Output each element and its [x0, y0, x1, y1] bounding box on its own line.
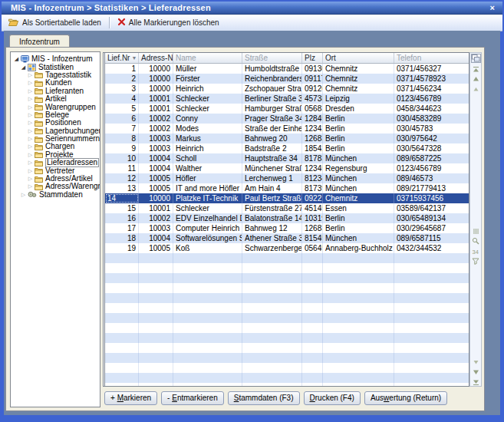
tab-infozentrum[interactable]: Infozentrum [9, 35, 70, 48]
cell-ort[interactable]: Annaberg-Buchholz [323, 243, 394, 253]
cell-adress-nr-[interactable]: 10001 [139, 94, 173, 104]
cell-stra-e[interactable]: Prager Straße 34 [242, 114, 302, 124]
cell-adress-nr-[interactable]: 10005 [139, 243, 173, 253]
table-row[interactable]: 1110004WaltherMünchener Straße 2312345Re… [105, 163, 469, 173]
expand-arrow-icon[interactable]: ▷ [27, 120, 34, 126]
cell-adress-nr-[interactable]: 10002 [139, 213, 173, 223]
cell-ort[interactable]: Chemnitz [323, 84, 394, 94]
cell-telefon[interactable]: 030/45783 [394, 124, 469, 134]
cell-plz[interactable]: 81739 [302, 183, 323, 193]
cell-adress-nr-[interactable]: 10005 [139, 173, 173, 183]
cell-telefon[interactable]: 03589/642137 [394, 203, 469, 213]
expand-arrow-icon[interactable]: ▷ [27, 152, 34, 158]
cell-name[interactable]: IT and more Höfler OHG [173, 183, 242, 193]
cell-plz[interactable]: 81783 [302, 153, 323, 163]
expand-arrow-icon[interactable]: ▷ [27, 176, 34, 182]
cell-adress-nr-[interactable]: 10001 [139, 203, 173, 213]
expand-arrow-icon[interactable]: ▷ [27, 80, 34, 86]
expand-arrow-icon[interactable]: ▷ [27, 112, 34, 118]
cell-stra-e[interactable]: Athener Straße 32 [242, 233, 302, 243]
filter-button[interactable] [471, 257, 480, 265]
cell-name[interactable]: Modes [173, 124, 242, 134]
cell-ort[interactable]: Leipzig [323, 94, 394, 104]
cell-adress-nr-[interactable]: 10004 [139, 233, 173, 243]
tree-item-kunden[interactable]: ▷Kunden [11, 79, 100, 87]
cell-stra-e[interactable]: Zschopauer Straße 280 [242, 84, 302, 94]
cell-adress-nr-[interactable]: 10002 [139, 114, 173, 124]
column-header-name[interactable]: Name [173, 53, 242, 63]
cell-plz[interactable]: 45738 [302, 94, 323, 104]
goto-row-button[interactable]: 34 [471, 247, 480, 255]
table-row[interactable]: 1710003Computer Heinrich GmbHBahnweg 121… [105, 223, 469, 233]
footer-button-drucken-f4[interactable]: Drucken (F4) [304, 391, 361, 405]
cell-lief-nr[interactable]: 18 [105, 233, 139, 243]
cell-lief-nr[interactable]: 13 [105, 183, 139, 193]
column-header-ort[interactable]: Ort [323, 53, 394, 63]
cell-adress-nr-[interactable]: 10005 [139, 183, 173, 193]
table-row[interactable]: 210000FörsterReichenbranderstraße 309117… [105, 74, 469, 84]
cell-ort[interactable]: Regensburg [323, 163, 394, 173]
cell-lief-nr[interactable]: 9 [105, 143, 139, 153]
cell-telefon[interactable]: 0123/456789 [394, 163, 469, 173]
cell-stra-e[interactable]: Lerchenweg 1 [242, 173, 302, 183]
close-icon[interactable]: × [490, 4, 495, 12]
table-row[interactable]: 310000HeinrichZschopauer Straße 28009126… [105, 84, 469, 94]
cell-plz[interactable]: 81545 [302, 233, 323, 243]
table-row[interactable]: 1310005IT and more Höfler OHGAm Hain 481… [105, 183, 469, 193]
cell-lief-nr[interactable]: 8 [105, 134, 139, 143]
cell-name[interactable]: Platzke IT-Technik [173, 193, 242, 203]
footer-button-entmarkieren[interactable]: - Entmarkieren [161, 391, 224, 405]
cell-telefon[interactable]: 089/46573 [394, 173, 469, 183]
cell-name[interactable]: Softwarelösungen Scholl Gmb [173, 233, 242, 243]
expand-arrow-icon[interactable]: ▷ [27, 88, 34, 94]
scroll-last-button[interactable] [471, 378, 480, 386]
cell-name[interactable]: Computer Heinrich GmbH [173, 223, 242, 233]
cell-adress-nr-[interactable]: 10000 [139, 193, 173, 203]
cell-adress-nr-[interactable]: 10004 [139, 163, 173, 173]
cell-plz[interactable]: 10319 [302, 213, 323, 223]
cell-ort[interactable]: Dresden [323, 104, 394, 114]
column-header-lief-nr[interactable]: Lief.Nr▼ [105, 53, 139, 63]
column-header-telefon[interactable]: Telefon [394, 53, 469, 63]
cell-telefon[interactable]: 089/21779413 [394, 183, 469, 193]
cell-lief-nr[interactable]: 11 [105, 163, 139, 173]
cell-ort[interactable]: Essen [323, 203, 394, 213]
cell-name[interactable]: Markus [173, 134, 242, 143]
cell-stra-e[interactable]: Humboldtstraße 10 [242, 64, 302, 74]
cell-name[interactable]: Koß [173, 243, 242, 253]
cell-adress-nr-[interactable]: 10003 [139, 134, 173, 143]
table-row[interactable]: 1810004Softwarelösungen Scholl GmbAthene… [105, 233, 469, 243]
cell-lief-nr[interactable]: 17 [105, 223, 139, 233]
cell-adress-nr-[interactable]: 10002 [139, 124, 173, 134]
cell-lief-nr[interactable]: 16 [105, 213, 139, 223]
cell-lief-nr[interactable]: 4 [105, 94, 139, 104]
table-row[interactable]: 1610002EDV Einzelhandel Dietsch GmbBalat… [105, 213, 469, 223]
expand-arrow-icon[interactable]: ▷ [27, 168, 34, 174]
cell-plz[interactable]: 12342 [302, 124, 323, 134]
cell-telefon[interactable]: 030/975642 [394, 134, 469, 143]
tree-item-stammdaten[interactable]: ▷Stammdaten [11, 191, 100, 199]
cell-adress-nr-[interactable]: 10000 [139, 74, 173, 84]
column-header-adress-nr-[interactable]: Adress-Nr. [139, 53, 173, 63]
table-row[interactable]: 1010004SchollHauptstraße 3481783München0… [105, 153, 469, 163]
cell-adress-nr-[interactable]: 10003 [139, 223, 173, 233]
table-row[interactable]: 1510001SchleckerFürstenstraße 2745145Ess… [105, 203, 469, 213]
column-header-stra-e[interactable]: Straße [242, 53, 302, 63]
cell-ort[interactable]: München [323, 233, 394, 243]
cell-ort[interactable]: Berlin [323, 114, 394, 124]
table-row[interactable]: 910003HeinrichBadstraße 218542Berlin030/… [105, 143, 469, 153]
column-header-plz[interactable]: Plz [302, 53, 323, 63]
cell-stra-e[interactable]: Reichenbranderstraße 3 [242, 74, 302, 84]
cell-stra-e[interactable]: Schwarzenberger Straße [242, 243, 302, 253]
cell-ort[interactable]: München [323, 153, 394, 163]
cell-stra-e[interactable]: Hamburger Straße [242, 104, 302, 114]
cell-ort[interactable]: Chemnitz [323, 74, 394, 84]
tree-item-lieferadressen[interactable]: ▷Lieferadressen [11, 159, 100, 166]
expand-arrow-icon[interactable]: ▷ [27, 143, 34, 150]
cell-telefon[interactable]: 030/29645687 [394, 223, 469, 233]
cell-stra-e[interactable]: Straße der Einheit 34 [242, 124, 302, 134]
tree-item-mis-infozentrum[interactable]: ◢MIS - Infozentrum [11, 55, 100, 63]
cell-lief-nr[interactable]: 12 [105, 173, 139, 183]
cell-stra-e[interactable]: Bahnweg 12 [242, 223, 302, 233]
cell-plz[interactable]: 12683 [302, 134, 323, 143]
